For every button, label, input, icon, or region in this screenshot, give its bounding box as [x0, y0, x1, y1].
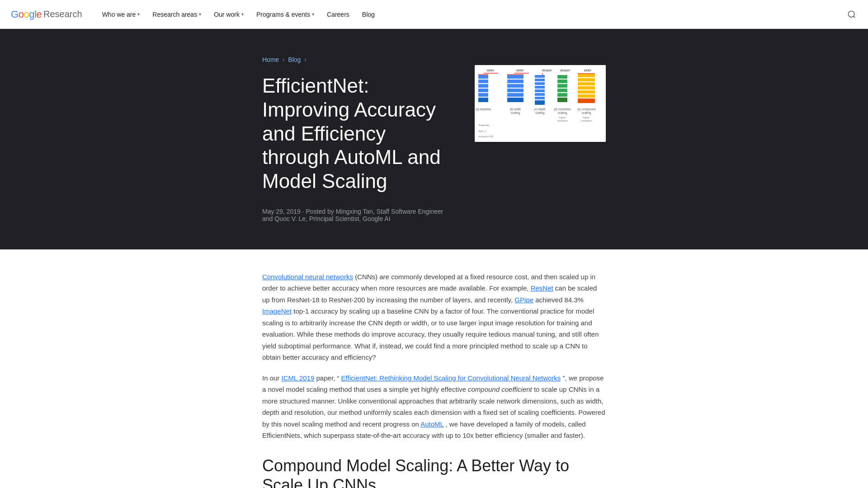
svg-rect-18 — [507, 84, 524, 88]
svg-text:wider: wider — [584, 69, 592, 72]
svg-rect-42 — [578, 94, 595, 98]
svg-text:wider: wider — [516, 69, 524, 72]
svg-rect-30 — [535, 100, 545, 105]
svg-text:(a) baseline: (a) baseline — [476, 108, 491, 111]
svg-rect-25 — [535, 82, 545, 85]
chevron-down-icon: ▾ — [241, 12, 244, 17]
svg-text:(d) resolution: (d) resolution — [554, 108, 571, 111]
nav-who-we-are[interactable]: Who we are ▾ — [97, 7, 146, 22]
google-wordmark: Google — [11, 9, 42, 20]
breadcrumb-home[interactable]: Home — [262, 56, 279, 63]
hero-section: Home › Blog › EfficientNet: Improving Ac… — [0, 29, 868, 249]
svg-rect-14 — [478, 93, 488, 97]
svg-rect-27 — [535, 89, 545, 92]
research-wordmark: Research — [43, 9, 82, 19]
nav-careers[interactable]: Careers — [321, 7, 355, 22]
link-imagenet[interactable]: ImageNet — [262, 307, 292, 315]
svg-text:scaling: scaling — [558, 111, 567, 115]
svg-rect-16 — [507, 75, 524, 79]
svg-text:resolution H/W: resolution H/W — [478, 135, 493, 138]
svg-text:resolution: resolution — [581, 119, 592, 122]
svg-rect-11 — [478, 80, 488, 83]
nav-our-work[interactable]: Our work ▾ — [208, 7, 249, 22]
svg-rect-39 — [578, 82, 595, 85]
svg-rect-17 — [507, 80, 524, 83]
breadcrumb: Home › Blog › — [262, 56, 448, 63]
link-gpipe[interactable]: GPipe — [514, 296, 533, 304]
svg-rect-15 — [478, 98, 488, 102]
search-icon[interactable] — [846, 9, 857, 20]
svg-rect-24 — [535, 79, 545, 81]
paragraph-2: In our ICML 2019 paper, “ EfficientNet: … — [262, 372, 606, 441]
svg-rect-40 — [578, 86, 595, 89]
svg-point-0 — [849, 11, 854, 17]
chevron-down-icon: ▾ — [137, 12, 140, 17]
svg-text:deeper: deeper — [560, 69, 570, 72]
svg-rect-31 — [557, 75, 567, 79]
nav-links: Who we are ▾ Research areas ▾ Our work ▾… — [97, 7, 846, 22]
svg-line-1 — [854, 16, 855, 18]
navbar: Google Research Who we are ▾ Research ar… — [0, 0, 868, 29]
svg-text:layer_1: layer_1 — [478, 130, 486, 132]
paragraph-1: Convolutional neural networks (CNNs) are… — [262, 271, 606, 363]
svg-rect-13 — [478, 89, 488, 92]
svg-text:higher: higher — [583, 116, 590, 119]
svg-text:(b) width: (b) width — [510, 108, 521, 111]
article-meta: May 29, 2019 · Posted by Mingxing Tan, S… — [262, 208, 448, 222]
svg-text:higher: higher — [559, 116, 566, 119]
link-efficientnet-paper[interactable]: EfficientNet: Rethinking Model Scaling f… — [341, 374, 561, 382]
svg-text:wider: wider — [486, 69, 495, 72]
article-title: EfficientNet: Improving Accuracy and Eff… — [262, 74, 448, 193]
svg-rect-36 — [557, 98, 567, 102]
chevron-down-icon: ▾ — [312, 12, 314, 17]
breadcrumb-separator: › — [283, 56, 284, 63]
site-logo[interactable]: Google Research — [11, 9, 82, 20]
link-cnn[interactable]: Convolutional neural networks — [262, 273, 353, 281]
svg-rect-20 — [507, 93, 524, 97]
breadcrumb-blog[interactable]: Blog — [288, 56, 301, 63]
svg-text:deeper: deeper — [542, 69, 552, 72]
nav-blog[interactable]: Blog — [357, 7, 380, 22]
link-automl[interactable]: AutoML — [420, 420, 443, 428]
nav-research-areas[interactable]: Research areas ▾ — [147, 7, 207, 22]
svg-rect-43 — [578, 99, 595, 103]
article-body: Convolutional neural networks (CNNs) are… — [163, 249, 705, 488]
svg-rect-21 — [507, 98, 524, 102]
link-icml2019[interactable]: ICML 2019 — [282, 374, 315, 382]
nav-programs-events[interactable]: Programs & events ▾ — [251, 7, 320, 22]
svg-text:scaling: scaling — [511, 111, 520, 115]
chevron-down-icon: ▾ — [199, 12, 201, 17]
svg-text:(e) compound: (e) compound — [577, 108, 595, 111]
svg-rect-26 — [535, 86, 545, 89]
hero-content: Home › Blog › EfficientNet: Improving Ac… — [262, 56, 448, 222]
svg-rect-19 — [507, 89, 524, 92]
svg-text:(c) depth: (c) depth — [534, 108, 546, 111]
svg-rect-38 — [578, 78, 595, 81]
svg-text:#channels: #channels — [478, 124, 490, 127]
svg-rect-28 — [535, 93, 545, 96]
svg-rect-34 — [557, 89, 567, 92]
svg-text:scaling: scaling — [535, 111, 545, 115]
section-title-compound: Compound Model Scaling: A Better Way to … — [262, 456, 606, 488]
svg-rect-35 — [557, 93, 567, 97]
hero-diagram-image: wider wider deeper deeper wider — [475, 65, 606, 142]
link-resnet[interactable]: ResNet — [531, 284, 553, 292]
svg-rect-12 — [478, 84, 488, 88]
svg-text:resolution: resolution — [557, 119, 568, 122]
svg-rect-29 — [535, 97, 545, 99]
svg-rect-23 — [535, 75, 545, 78]
svg-text:scaling: scaling — [582, 111, 591, 115]
svg-rect-41 — [578, 90, 595, 94]
svg-rect-10 — [478, 75, 488, 79]
breadcrumb-separator2: › — [304, 56, 306, 63]
svg-rect-37 — [578, 74, 595, 77]
svg-rect-33 — [557, 84, 567, 88]
svg-rect-32 — [557, 80, 567, 83]
